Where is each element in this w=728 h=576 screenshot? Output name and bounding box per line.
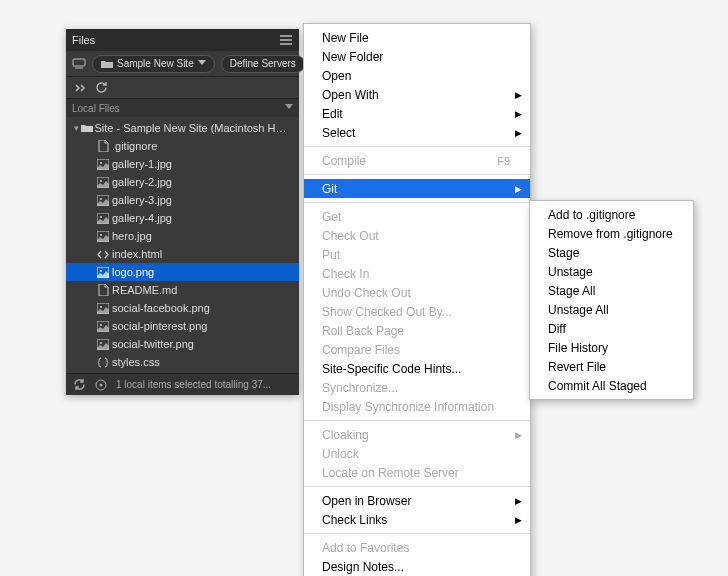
file-name: styles.css	[112, 356, 160, 368]
refresh-icon[interactable]	[94, 81, 108, 95]
context-menu-item: Undo Check Out	[304, 283, 530, 302]
submenu-arrow-icon: ▶	[515, 109, 522, 119]
tree-item[interactable]: .gitignore	[66, 137, 299, 155]
menu-item-label: Design Notes...	[322, 560, 510, 574]
git-submenu-item[interactable]: Remove from .gitignore	[530, 224, 693, 243]
menu-item-label: Commit All Staged	[548, 379, 673, 393]
context-menu-item: Show Checked Out By...	[304, 302, 530, 321]
tree-item[interactable]: social-pinterest.png	[66, 317, 299, 335]
git-submenu-item[interactable]: Diff	[530, 319, 693, 338]
menu-item-label: Revert File	[548, 360, 673, 374]
disclosure-icon[interactable]: ▼	[72, 124, 81, 133]
svg-point-12	[100, 270, 102, 272]
file-name: gallery-1.jpg	[112, 158, 172, 170]
tree-item[interactable]: README.md	[66, 281, 299, 299]
menu-item-label: Unstage All	[548, 303, 673, 317]
panel-menu-icon[interactable]	[279, 33, 293, 47]
menu-item-label: Synchronize...	[322, 381, 510, 395]
context-menu-item[interactable]: Open	[304, 66, 530, 85]
menu-item-label: Diff	[548, 322, 673, 336]
tree-item[interactable]: social-twitter.png	[66, 335, 299, 353]
context-menu-item: Unlock	[304, 444, 530, 463]
panel-title: Files	[72, 34, 95, 46]
chevron-down-icon	[285, 104, 293, 112]
tree-item[interactable]: logo.png	[66, 263, 299, 281]
context-menu-item[interactable]: Site-Specific Code Hints...	[304, 359, 530, 378]
git-submenu: Add to .gitignoreRemove from .gitignoreS…	[529, 200, 694, 400]
menu-item-label: Remove from .gitignore	[548, 227, 673, 241]
tree-item[interactable]: gallery-4.jpg	[66, 209, 299, 227]
site-selector[interactable]: Sample New Site	[92, 55, 215, 73]
git-submenu-item[interactable]: Revert File	[530, 357, 693, 376]
tree-item[interactable]: social-facebook.png	[66, 299, 299, 317]
file-name: gallery-2.jpg	[112, 176, 172, 188]
git-submenu-item[interactable]: File History	[530, 338, 693, 357]
context-menu-item[interactable]: New File	[304, 28, 530, 47]
context-menu-item[interactable]: Open With▶	[304, 85, 530, 104]
git-submenu-item[interactable]: Unstage All	[530, 300, 693, 319]
menu-item-label: Display Synchronize Information	[322, 400, 510, 414]
section-header[interactable]: Local Files	[66, 99, 299, 117]
context-menu-item[interactable]: New Folder	[304, 47, 530, 66]
submenu-arrow-icon: ▶	[515, 430, 522, 440]
image-icon	[96, 195, 110, 206]
tree-item[interactable]: index.html	[66, 245, 299, 263]
context-menu-item[interactable]: Check Links▶	[304, 510, 530, 529]
submenu-arrow-icon: ▶	[515, 90, 522, 100]
image-icon	[96, 231, 110, 242]
menu-item-label: Add to Favorites	[322, 541, 510, 555]
tree-item[interactable]: gallery-2.jpg	[66, 173, 299, 191]
file-name: README.md	[112, 284, 177, 296]
context-menu-item: Display Synchronize Information	[304, 397, 530, 416]
folder-icon	[101, 59, 113, 69]
menu-item-label: New Folder	[322, 50, 510, 64]
svg-point-2	[100, 162, 102, 164]
svg-point-14	[100, 306, 102, 308]
git-submenu-item[interactable]: Unstage	[530, 262, 693, 281]
menu-item-label: Undo Check Out	[322, 286, 510, 300]
context-menu-item: Synchronize...	[304, 378, 530, 397]
menu-item-label: Check In	[322, 267, 510, 281]
menu-item-label: Roll Back Page	[322, 324, 510, 338]
menu-shortcut: F9	[497, 155, 510, 167]
log-icon[interactable]	[94, 378, 108, 392]
svg-point-4	[100, 180, 102, 182]
tree-item[interactable]: styles.css	[66, 353, 299, 371]
menu-item-label: Open	[322, 69, 510, 83]
file-name: gallery-4.jpg	[112, 212, 172, 224]
git-submenu-item[interactable]: Stage	[530, 243, 693, 262]
git-submenu-item[interactable]: Add to .gitignore	[530, 205, 693, 224]
git-submenu-item[interactable]: Stage All	[530, 281, 693, 300]
context-menu-item[interactable]: Open in Browser▶	[304, 491, 530, 510]
context-menu-item: Check In	[304, 264, 530, 283]
define-servers-button[interactable]: Define Servers	[221, 55, 305, 73]
connect-icon[interactable]	[72, 81, 86, 95]
tree-item[interactable]: hero.jpg	[66, 227, 299, 245]
git-submenu-item[interactable]: Commit All Staged	[530, 376, 693, 395]
tree-item[interactable]: gallery-3.jpg	[66, 191, 299, 209]
file-name: hero.jpg	[112, 230, 152, 242]
menu-item-label: Open in Browser	[322, 494, 510, 508]
context-menu-separator	[304, 533, 530, 534]
tree-item[interactable]: gallery-1.jpg	[66, 155, 299, 173]
context-menu-item[interactable]: Edit▶	[304, 104, 530, 123]
menu-item-label: File History	[548, 341, 673, 355]
folder-icon	[81, 123, 93, 133]
file-name: social-twitter.png	[112, 338, 194, 350]
context-menu-item: Put	[304, 245, 530, 264]
context-menu-item[interactable]: Git▶	[304, 179, 530, 198]
svg-point-18	[100, 342, 102, 344]
svg-point-16	[100, 324, 102, 326]
context-menu-item: Compare Files	[304, 340, 530, 359]
ftp-icon[interactable]	[72, 57, 86, 71]
menu-item-label: Show Checked Out By...	[322, 305, 510, 319]
menu-item-label: Select	[322, 126, 510, 140]
tree-root[interactable]: ▼ Site - Sample New Site (Macintosh HD:U…	[66, 119, 299, 137]
menu-item-label: New File	[322, 31, 510, 45]
context-menu-item[interactable]: Select▶	[304, 123, 530, 142]
context-menu-item[interactable]: Design Notes...	[304, 557, 530, 576]
menu-item-label: Check Links	[322, 513, 510, 527]
context-menu-item: Roll Back Page	[304, 321, 530, 340]
sync-icon[interactable]	[72, 378, 86, 392]
file-name: .gitignore	[112, 140, 157, 152]
